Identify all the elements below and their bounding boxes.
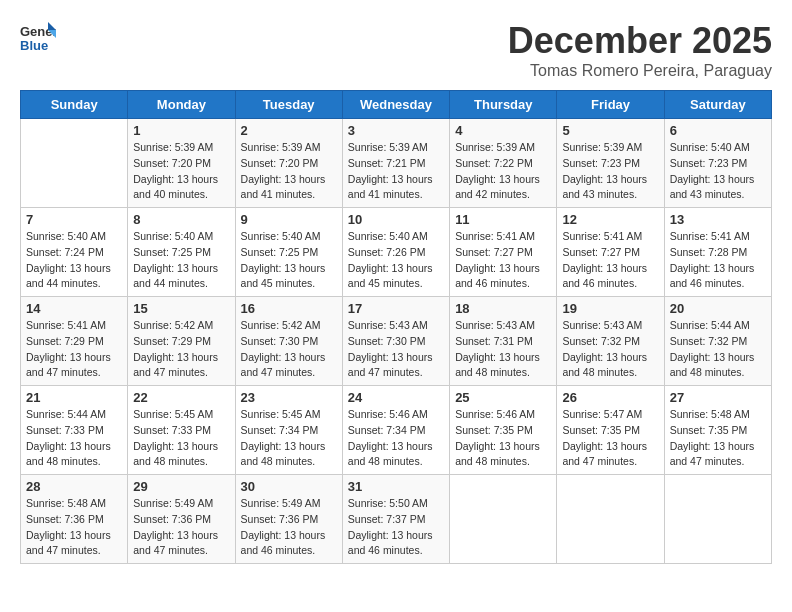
- title-area: December 2025 Tomas Romero Pereira, Para…: [508, 20, 772, 80]
- day-info: Sunrise: 5:43 AM Sunset: 7:30 PM Dayligh…: [348, 318, 444, 381]
- day-info: Sunrise: 5:45 AM Sunset: 7:34 PM Dayligh…: [241, 407, 337, 470]
- day-number: 4: [455, 123, 551, 138]
- calendar-cell: 11Sunrise: 5:41 AM Sunset: 7:27 PM Dayli…: [450, 208, 557, 297]
- svg-text:Blue: Blue: [20, 38, 48, 53]
- calendar-cell: [557, 475, 664, 564]
- day-number: 23: [241, 390, 337, 405]
- day-number: 1: [133, 123, 229, 138]
- day-number: 28: [26, 479, 122, 494]
- calendar-cell: 14Sunrise: 5:41 AM Sunset: 7:29 PM Dayli…: [21, 297, 128, 386]
- day-info: Sunrise: 5:41 AM Sunset: 7:29 PM Dayligh…: [26, 318, 122, 381]
- calendar-cell: [21, 119, 128, 208]
- day-number: 25: [455, 390, 551, 405]
- calendar-cell: 29Sunrise: 5:49 AM Sunset: 7:36 PM Dayli…: [128, 475, 235, 564]
- day-number: 6: [670, 123, 766, 138]
- calendar-header: SundayMondayTuesdayWednesdayThursdayFrid…: [21, 91, 772, 119]
- day-info: Sunrise: 5:49 AM Sunset: 7:36 PM Dayligh…: [133, 496, 229, 559]
- calendar-cell: 28Sunrise: 5:48 AM Sunset: 7:36 PM Dayli…: [21, 475, 128, 564]
- calendar-cell: 26Sunrise: 5:47 AM Sunset: 7:35 PM Dayli…: [557, 386, 664, 475]
- page-header: General Blue December 2025 Tomas Romero …: [20, 20, 772, 80]
- calendar-cell: 24Sunrise: 5:46 AM Sunset: 7:34 PM Dayli…: [342, 386, 449, 475]
- day-info: Sunrise: 5:41 AM Sunset: 7:28 PM Dayligh…: [670, 229, 766, 292]
- calendar-cell: 27Sunrise: 5:48 AM Sunset: 7:35 PM Dayli…: [664, 386, 771, 475]
- calendar-cell: 25Sunrise: 5:46 AM Sunset: 7:35 PM Dayli…: [450, 386, 557, 475]
- day-info: Sunrise: 5:39 AM Sunset: 7:20 PM Dayligh…: [241, 140, 337, 203]
- day-info: Sunrise: 5:43 AM Sunset: 7:31 PM Dayligh…: [455, 318, 551, 381]
- day-number: 2: [241, 123, 337, 138]
- calendar-cell: 6Sunrise: 5:40 AM Sunset: 7:23 PM Daylig…: [664, 119, 771, 208]
- calendar-table: SundayMondayTuesdayWednesdayThursdayFrid…: [20, 90, 772, 564]
- logo: General Blue: [20, 20, 60, 56]
- day-number: 15: [133, 301, 229, 316]
- day-number: 3: [348, 123, 444, 138]
- day-number: 11: [455, 212, 551, 227]
- calendar-cell: [450, 475, 557, 564]
- day-number: 31: [348, 479, 444, 494]
- day-number: 9: [241, 212, 337, 227]
- calendar-cell: 17Sunrise: 5:43 AM Sunset: 7:30 PM Dayli…: [342, 297, 449, 386]
- day-info: Sunrise: 5:46 AM Sunset: 7:34 PM Dayligh…: [348, 407, 444, 470]
- calendar-cell: 8Sunrise: 5:40 AM Sunset: 7:25 PM Daylig…: [128, 208, 235, 297]
- calendar-cell: 30Sunrise: 5:49 AM Sunset: 7:36 PM Dayli…: [235, 475, 342, 564]
- day-info: Sunrise: 5:49 AM Sunset: 7:36 PM Dayligh…: [241, 496, 337, 559]
- day-number: 21: [26, 390, 122, 405]
- day-number: 22: [133, 390, 229, 405]
- calendar-week-row: 14Sunrise: 5:41 AM Sunset: 7:29 PM Dayli…: [21, 297, 772, 386]
- day-info: Sunrise: 5:42 AM Sunset: 7:30 PM Dayligh…: [241, 318, 337, 381]
- day-of-week-header: Monday: [128, 91, 235, 119]
- calendar-week-row: 7Sunrise: 5:40 AM Sunset: 7:24 PM Daylig…: [21, 208, 772, 297]
- calendar-cell: 5Sunrise: 5:39 AM Sunset: 7:23 PM Daylig…: [557, 119, 664, 208]
- day-number: 30: [241, 479, 337, 494]
- day-number: 17: [348, 301, 444, 316]
- day-number: 7: [26, 212, 122, 227]
- day-info: Sunrise: 5:40 AM Sunset: 7:26 PM Dayligh…: [348, 229, 444, 292]
- month-title: December 2025: [508, 20, 772, 62]
- calendar-cell: 10Sunrise: 5:40 AM Sunset: 7:26 PM Dayli…: [342, 208, 449, 297]
- day-info: Sunrise: 5:47 AM Sunset: 7:35 PM Dayligh…: [562, 407, 658, 470]
- day-number: 24: [348, 390, 444, 405]
- day-info: Sunrise: 5:50 AM Sunset: 7:37 PM Dayligh…: [348, 496, 444, 559]
- day-number: 10: [348, 212, 444, 227]
- day-info: Sunrise: 5:39 AM Sunset: 7:22 PM Dayligh…: [455, 140, 551, 203]
- day-info: Sunrise: 5:41 AM Sunset: 7:27 PM Dayligh…: [455, 229, 551, 292]
- calendar-cell: 21Sunrise: 5:44 AM Sunset: 7:33 PM Dayli…: [21, 386, 128, 475]
- day-number: 13: [670, 212, 766, 227]
- day-info: Sunrise: 5:46 AM Sunset: 7:35 PM Dayligh…: [455, 407, 551, 470]
- calendar-cell: 3Sunrise: 5:39 AM Sunset: 7:21 PM Daylig…: [342, 119, 449, 208]
- day-info: Sunrise: 5:42 AM Sunset: 7:29 PM Dayligh…: [133, 318, 229, 381]
- calendar-cell: 16Sunrise: 5:42 AM Sunset: 7:30 PM Dayli…: [235, 297, 342, 386]
- day-info: Sunrise: 5:40 AM Sunset: 7:24 PM Dayligh…: [26, 229, 122, 292]
- day-info: Sunrise: 5:48 AM Sunset: 7:36 PM Dayligh…: [26, 496, 122, 559]
- calendar-cell: 23Sunrise: 5:45 AM Sunset: 7:34 PM Dayli…: [235, 386, 342, 475]
- day-of-week-header: Thursday: [450, 91, 557, 119]
- day-number: 5: [562, 123, 658, 138]
- day-info: Sunrise: 5:40 AM Sunset: 7:23 PM Dayligh…: [670, 140, 766, 203]
- day-of-week-header: Wednesday: [342, 91, 449, 119]
- calendar-week-row: 1Sunrise: 5:39 AM Sunset: 7:20 PM Daylig…: [21, 119, 772, 208]
- calendar-week-row: 28Sunrise: 5:48 AM Sunset: 7:36 PM Dayli…: [21, 475, 772, 564]
- calendar-cell: 20Sunrise: 5:44 AM Sunset: 7:32 PM Dayli…: [664, 297, 771, 386]
- calendar-cell: [664, 475, 771, 564]
- day-info: Sunrise: 5:39 AM Sunset: 7:23 PM Dayligh…: [562, 140, 658, 203]
- day-info: Sunrise: 5:40 AM Sunset: 7:25 PM Dayligh…: [241, 229, 337, 292]
- calendar-cell: 19Sunrise: 5:43 AM Sunset: 7:32 PM Dayli…: [557, 297, 664, 386]
- day-number: 27: [670, 390, 766, 405]
- day-of-week-header: Saturday: [664, 91, 771, 119]
- calendar-cell: 7Sunrise: 5:40 AM Sunset: 7:24 PM Daylig…: [21, 208, 128, 297]
- day-number: 26: [562, 390, 658, 405]
- calendar-cell: 18Sunrise: 5:43 AM Sunset: 7:31 PM Dayli…: [450, 297, 557, 386]
- day-number: 20: [670, 301, 766, 316]
- day-info: Sunrise: 5:39 AM Sunset: 7:20 PM Dayligh…: [133, 140, 229, 203]
- day-info: Sunrise: 5:44 AM Sunset: 7:33 PM Dayligh…: [26, 407, 122, 470]
- day-info: Sunrise: 5:39 AM Sunset: 7:21 PM Dayligh…: [348, 140, 444, 203]
- calendar-cell: 31Sunrise: 5:50 AM Sunset: 7:37 PM Dayli…: [342, 475, 449, 564]
- day-info: Sunrise: 5:48 AM Sunset: 7:35 PM Dayligh…: [670, 407, 766, 470]
- calendar-cell: 13Sunrise: 5:41 AM Sunset: 7:28 PM Dayli…: [664, 208, 771, 297]
- day-info: Sunrise: 5:44 AM Sunset: 7:32 PM Dayligh…: [670, 318, 766, 381]
- day-of-week-header: Sunday: [21, 91, 128, 119]
- calendar-cell: 1Sunrise: 5:39 AM Sunset: 7:20 PM Daylig…: [128, 119, 235, 208]
- calendar-cell: 12Sunrise: 5:41 AM Sunset: 7:27 PM Dayli…: [557, 208, 664, 297]
- day-number: 18: [455, 301, 551, 316]
- location-subtitle: Tomas Romero Pereira, Paraguay: [508, 62, 772, 80]
- calendar-cell: 22Sunrise: 5:45 AM Sunset: 7:33 PM Dayli…: [128, 386, 235, 475]
